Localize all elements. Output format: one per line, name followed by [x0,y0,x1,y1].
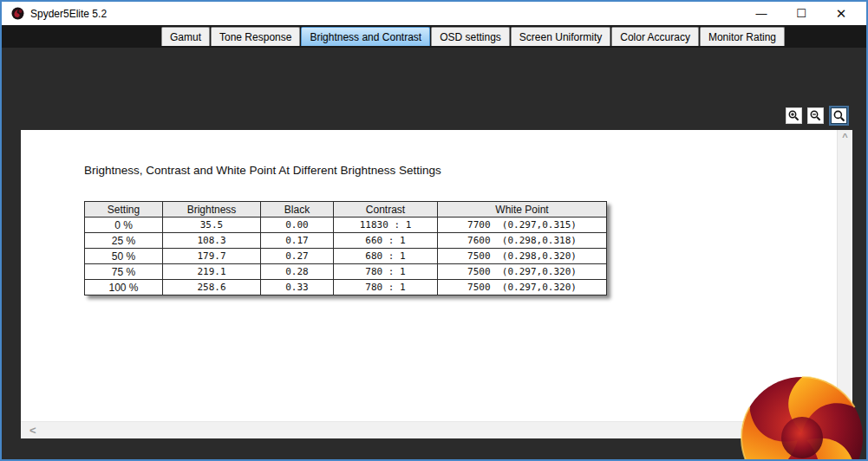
report-title: Brightness, Contrast and White Point At … [84,164,441,177]
table-cell: 219.1 [163,264,261,280]
app-window: Spyder5Elite 5.2 — ☐ ✕ Gamut Tone Respon… [0,0,868,461]
table-cell: 7700 (0.297,0.315) [438,218,607,233]
zoom-in-icon [788,110,799,121]
tab-bar: Gamut Tone Response Brightness and Contr… [2,25,866,48]
zoom-in-button[interactable] [786,107,802,124]
table-cell: 660 : 1 [334,233,438,249]
table-cell: 25 % [85,233,163,249]
kitguru-logo [740,373,866,461]
table-cell: 7600 (0.298,0.318) [438,233,607,249]
title-bar: Spyder5Elite 5.2 — ☐ ✕ [2,2,866,25]
table-cell: 35.5 [163,218,261,233]
table-header-row: Setting Brightness Black Contrast White … [85,202,607,218]
zoom-select-icon [833,110,845,122]
tab-gamut[interactable]: Gamut [161,27,210,46]
table-cell: 100 % [85,280,163,295]
tab-monitor-rating[interactable]: Monitor Rating [700,27,785,46]
table-cell: 680 : 1 [334,249,438,264]
table-cell: 7500 (0.298,0.320) [438,249,607,264]
table-row: 100 % 258.6 0.33 780 : 1 7500 (0.297,0.3… [85,280,607,295]
maximize-button[interactable]: ☐ [781,2,821,25]
zoom-out-button[interactable] [807,107,824,124]
tab-brightness-and-contrast[interactable]: Brightness and Contrast [301,27,430,46]
table-row: 25 % 108.3 0.17 660 : 1 7600 (0.298,0.31… [85,233,607,249]
horizontal-scrollbar[interactable]: < [21,421,852,438]
zoom-select-button[interactable] [829,106,849,126]
table-cell: 7500 (0.297,0.320) [438,280,607,295]
table-cell: 780 : 1 [334,264,438,280]
table-cell: 75 % [85,264,163,280]
table-cell: 780 : 1 [334,280,438,295]
table-row: 0 % 35.5 0.00 11830 : 1 7700 (0.297,0.31… [85,218,607,233]
header-setting: Setting [85,202,163,218]
tab-tone-response[interactable]: Tone Response [211,27,300,46]
table-row: 50 % 179.7 0.27 680 : 1 7500 (0.298,0.32… [85,249,607,264]
main-area: Brightness, Contrast and White Point At … [2,48,866,459]
tab-screen-uniformity[interactable]: Screen Uniformity [511,27,610,46]
tab-osd-settings[interactable]: OSD settings [431,27,510,46]
report-panel: Brightness, Contrast and White Point At … [21,130,852,438]
table-cell: 7500 (0.297,0.320) [438,264,607,280]
table-cell: 11830 : 1 [334,218,438,233]
table-cell: 0.00 [261,218,334,233]
header-black: Black [261,202,334,218]
results-table: Setting Brightness Black Contrast White … [84,201,607,295]
minimize-button[interactable]: — [741,2,781,25]
table-cell: 179.7 [163,249,261,264]
header-brightness: Brightness [163,202,261,218]
table-row: 75 % 219.1 0.28 780 : 1 7500 (0.297,0.32… [85,264,607,280]
scroll-left-icon[interactable]: < [29,424,36,437]
zoom-toolbar [780,106,849,126]
table-cell: 0 % [85,218,163,233]
zoom-out-icon [810,110,821,121]
table-cell: 0.33 [261,280,334,295]
table-cell: 258.6 [163,280,261,295]
header-white-point: White Point [438,202,607,218]
close-button[interactable]: ✕ [821,2,861,25]
window-controls: — ☐ ✕ [741,2,861,25]
table-cell: 0.17 [261,233,334,249]
table-cell: 108.3 [163,233,261,249]
header-contrast: Contrast [334,202,438,218]
app-logo-icon [11,7,24,20]
table-cell: 0.27 [261,249,334,264]
window-title: Spyder5Elite 5.2 [30,8,107,20]
table-cell: 50 % [85,249,163,264]
table-cell: 0.28 [261,264,334,280]
tab-color-accuracy[interactable]: Color Accuracy [611,27,699,46]
